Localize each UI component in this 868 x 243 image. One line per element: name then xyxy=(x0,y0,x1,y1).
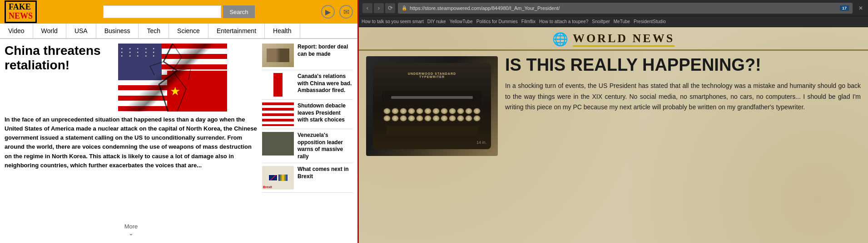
nav-health[interactable]: Health xyxy=(265,24,300,38)
nav-usa[interactable]: USA xyxy=(66,24,96,38)
url-bar[interactable]: 🔒 https://store.steampowered.com/app/844… xyxy=(398,3,853,14)
story-1-title: Report: border deal can be made xyxy=(298,44,353,58)
story-3-title: Shutdown debacle leaves President with s… xyxy=(298,102,353,124)
search-button[interactable]: Search xyxy=(223,5,254,18)
story-4-image xyxy=(262,132,294,156)
globe-icon: 🌐 xyxy=(552,32,568,47)
worldnews-body: UNDERWOOD STANDARD TYPEWRITER xyxy=(359,51,868,243)
worldnews-header: 🌐 WORLD NEWS xyxy=(359,27,868,51)
site-header: FAKE NEWS Search ▶ ✉ xyxy=(0,0,357,24)
article-body: In the face of an unprecedented situatio… xyxy=(5,115,258,221)
nav-entertainment[interactable]: Entertainment xyxy=(208,24,265,38)
main-article: China threatens retaliation! ★★★★★ ★★★★★… xyxy=(5,44,258,238)
crack-svg xyxy=(118,44,227,112)
story-2-image xyxy=(262,73,294,97)
typewriter-image: UNDERWOOD STANDARD TYPEWRITER xyxy=(366,56,498,156)
more-button[interactable]: More ⌄ xyxy=(5,221,258,238)
back-button[interactable]: ‹ xyxy=(362,3,372,13)
main-content: China threatens retaliation! ★★★★★ ★★★★★… xyxy=(0,39,357,243)
bookmarks-bar: How to talk so you seem smart DIY nuke Y… xyxy=(359,16,868,27)
forward-button[interactable]: › xyxy=(374,3,384,13)
worldnews-article: IS THIS REALLY HAPPENING?! In a shocking… xyxy=(505,56,861,238)
story-3-image xyxy=(262,102,294,126)
bookmark-2[interactable]: YellowTube xyxy=(450,19,473,24)
site-logo[interactable]: FAKE NEWS xyxy=(5,0,37,23)
url-text: https://store.steampowered.com/app/84498… xyxy=(410,5,560,11)
ssl-icon: 🔒 xyxy=(402,5,407,10)
worldnews-headline: IS THIS REALLY HAPPENING?! xyxy=(505,56,861,74)
story-2-title: Canada's relations with China were bad. … xyxy=(298,73,353,94)
typewriter-body: UNDERWOOD STANDARD TYPEWRITER xyxy=(373,63,491,149)
bookmark-6[interactable]: Snoiltper xyxy=(592,19,610,24)
story-1[interactable]: Report: border deal can be made xyxy=(262,44,353,70)
browser-nav-buttons: ‹ › ⟳ xyxy=(362,3,395,13)
story-4[interactable]: Venezuela's opposition leader warns of m… xyxy=(262,132,353,163)
nav-video[interactable]: Video xyxy=(0,24,33,38)
search-input[interactable] xyxy=(103,5,221,18)
story-5[interactable]: Brexit What comes next in Brexit xyxy=(262,166,353,193)
site-title: WORLD NEWS xyxy=(573,32,675,47)
steam-badge: 17 xyxy=(840,5,849,11)
nav-tech[interactable]: Tech xyxy=(139,24,169,38)
story-5-title: What comes next in Brexit xyxy=(298,166,353,180)
story-4-title: Venezuela's opposition leader warns of m… xyxy=(298,132,353,160)
left-panel: FAKE NEWS Search ▶ ✉ Video World USA Bus… xyxy=(0,0,359,243)
story-5-image: Brexit xyxy=(262,166,294,190)
story-1-image xyxy=(262,44,294,67)
nav-world[interactable]: World xyxy=(33,24,66,38)
logo-news: NEWS xyxy=(9,11,33,20)
chevron-down-icon: ⌄ xyxy=(129,230,134,237)
bookmark-5[interactable]: How to attach a toupee? xyxy=(539,19,588,24)
bookmark-1[interactable]: DIY nuke xyxy=(427,19,446,24)
bookmark-7[interactable]: MeTube xyxy=(614,19,630,24)
reload-button[interactable]: ⟳ xyxy=(385,3,395,13)
bookmark-3[interactable]: Politics for Dummies xyxy=(476,19,518,24)
bookmark-8[interactable]: PresidentStudio xyxy=(634,19,666,24)
sidebar-stories: Report: border deal can be made Canada's… xyxy=(262,44,353,238)
story-3[interactable]: Shutdown debacle leaves President with s… xyxy=(262,102,353,129)
right-panel: ‹ › ⟳ 🔒 https://store.steampowered.com/a… xyxy=(359,0,868,243)
nav-bar: Video World USA Business Tech Science En… xyxy=(0,24,357,39)
nav-business[interactable]: Business xyxy=(96,24,139,38)
mail-icon[interactable]: ✉ xyxy=(339,5,353,19)
close-button[interactable]: ✕ xyxy=(857,5,864,12)
typewriter-keys xyxy=(382,106,482,123)
article-top: China threatens retaliation! ★★★★★ ★★★★★… xyxy=(5,44,258,112)
bookmark-4[interactable]: Filmflix xyxy=(521,19,536,24)
article-headline: China threatens retaliation! xyxy=(5,44,114,112)
story-2[interactable]: Canada's relations with China were bad. … xyxy=(262,73,353,100)
typewriter-brand: UNDERWOOD STANDARD TYPEWRITER xyxy=(402,72,461,78)
search-bar: Search xyxy=(41,5,317,18)
logo-fake: FAKE xyxy=(9,2,31,11)
worldnews-body-text: In a shocking turn of events, the US Pre… xyxy=(505,81,861,113)
page-content: 🌐 WORLD NEWS UNDERWOOD STANDARD TYPEWRIT… xyxy=(359,27,868,243)
nav-science[interactable]: Science xyxy=(169,24,208,38)
bookmark-0[interactable]: How to talk so you seem smart xyxy=(362,19,424,24)
play-icon[interactable]: ▶ xyxy=(321,5,335,19)
article-image: ★★★★★ ★★★★★ ★★★★★ ★ xyxy=(118,44,227,112)
header-icons: ▶ ✉ xyxy=(321,5,353,19)
browser-chrome: ‹ › ⟳ 🔒 https://store.steampowered.com/a… xyxy=(359,0,868,16)
